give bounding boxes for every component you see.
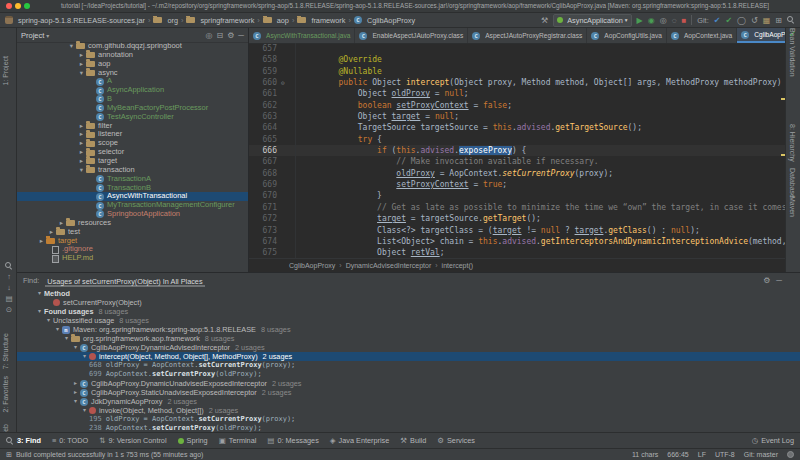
project-tree-row[interactable]: ▸selector [17,148,248,157]
next-occurrence-icon[interactable]: ↓ [7,284,11,292]
tool-strip-label[interactable]: Database [789,168,796,198]
stop-icon[interactable]: ■ [681,16,686,25]
hector-icon[interactable] [787,451,794,458]
tool-strip-label[interactable]: 7: Structure [2,333,9,369]
find-result-row[interactable]: ▾intercept(Object, Method, Object[], Met… [17,352,800,361]
settings-icon[interactable]: ⚙ [763,276,770,285]
code-line[interactable]: 670 } [249,190,786,201]
locate-icon[interactable]: ◎ [205,31,212,40]
code-line[interactable]: 663 Object target = null; [249,111,786,122]
code-line[interactable]: 674 List<Object> chain = this.advised.ge… [249,236,786,247]
search-everywhere-icon[interactable] [787,16,795,24]
tool-strip-label[interactable]: 1: Project [2,56,9,86]
chevron-down-icon[interactable]: ▾ [46,32,49,39]
chevron-right-icon[interactable]: ▸ [77,51,86,60]
tool-version-control[interactable]: ⇅9: Version Control [99,436,166,445]
pin-icon[interactable]: ⊙ [6,306,12,314]
project-tree-row[interactable]: CSpringbootApplication [17,210,248,219]
group-by-icon[interactable]: ▤ [5,295,12,303]
code-line[interactable]: 672 target = targetSource.getTarget(); [249,213,786,224]
editor-tab[interactable]: CEnableAspectJAutoProxy.class [355,28,468,43]
debug-icon[interactable]: ◉ [648,16,655,25]
tool-build[interactable]: ⚒Build [400,436,426,445]
tool-messages[interactable]: ▤0: Messages [267,436,318,445]
find-result-row[interactable]: ▾mMaven: org.springframework:spring-aop:… [17,325,800,334]
previous-occurrence-icon[interactable]: ↑ [7,273,11,281]
zoom-window-icon[interactable] [24,3,30,9]
status-widget[interactable]: 11 chars [632,451,658,458]
find-result-row[interactable]: ▾Unclassified usage8 usages [17,316,800,325]
chevron-down-icon[interactable]: ▾ [53,325,62,334]
editor[interactable]: CAsyncWithTransactional.javaCEnableAspec… [249,28,786,272]
chevron-down-icon[interactable]: ▾ [80,352,89,361]
code-line[interactable]: 669 setProxyContext = true; [249,179,786,190]
code-line[interactable]: 661 Object oldProxy = null; [249,88,786,99]
chevron-right-icon[interactable]: ▸ [71,379,80,388]
status-message[interactable]: Build completed successfully in 1 s 753 … [16,451,204,458]
editor-breadcrumb-item[interactable]: intercept() [442,259,474,272]
code-line[interactable]: 659 @Nullable [249,66,786,77]
editor-breadcrumb-item[interactable]: CglibAopProxy [289,259,335,272]
project-tree-row[interactable]: ▸test [17,228,248,237]
override-marker-icon[interactable]: ⊙ [281,77,296,88]
code-line[interactable]: 675 Object retVal; [249,247,786,258]
project-tree-row[interactable]: CTestAsyncController [17,113,248,122]
project-tree-row[interactable]: ▾async [17,69,248,78]
find-result-row[interactable]: ▸CCglibAopProxy.StaticUnadvisedExposedIn… [17,388,800,397]
status-widget[interactable]: 666:45 [667,451,688,458]
tool-strip-label[interactable]: 8: Hierarchy [789,124,796,162]
tool-strip-label[interactable]: 2: Favorites [2,376,9,413]
breadcrumb-item[interactable]: org [153,16,178,25]
find-result-row[interactable]: ▾Found usages8 usages [17,307,800,316]
git-commit-icon[interactable]: ✔ [725,16,732,25]
chevron-down-icon[interactable]: ▾ [35,307,44,316]
find-results-tab[interactable]: Usages of setCurrentProxy(Object) In All… [45,275,204,287]
coverage-icon[interactable]: ◎ [660,16,667,25]
profiler-icon[interactable]: ◌ [672,16,677,25]
breadcrumb-item[interactable]: aop [263,16,289,25]
tool-spring[interactable]: Spring [178,436,208,445]
shelf-icon[interactable]: ▦ [763,16,771,25]
project-tree-row[interactable]: ▸annotation [17,51,248,60]
chevron-right-icon[interactable]: ▸ [77,122,86,131]
chevron-down-icon[interactable]: ▾ [35,289,44,298]
find-result-row[interactable]: ▾org.springframework.aop.framework8 usag… [17,334,800,343]
chevron-right-icon[interactable]: ▸ [77,60,86,69]
git-revert-icon[interactable]: ◯ [737,16,746,25]
build-hammer-icon[interactable]: ⚒ [541,16,548,25]
editor-tab[interactable]: CCglibAopProxy.java✕ [737,28,786,43]
chevron-down-icon[interactable]: ▾ [44,316,53,325]
hide-panel-icon[interactable]: ─ [776,276,782,285]
collapse-all-icon[interactable]: ⊟ [216,31,223,40]
chevron-down-icon[interactable]: ▾ [77,69,86,78]
find-result-row[interactable]: ▸CCglibAopProxy.DynamicUnadvisedExposedI… [17,379,800,388]
project-tree-row[interactable]: ▸listener [17,130,248,139]
find-result-row[interactable]: 668oldProxy = AopContext.setCurrentProxy… [17,361,800,370]
breadcrumb-item[interactable]: spring-aop-5.1.8.RELEASE-sources.jar [5,16,145,25]
chevron-right-icon[interactable]: ▸ [37,237,46,246]
editor-tab[interactable]: CAspectJAutoProxyRegistrar.class [468,28,587,43]
chevron-right-icon[interactable]: ▸ [71,388,80,397]
project-tree-row[interactable]: ▸filter [17,122,248,131]
find-result-row[interactable]: setCurrentProxy(Object) [17,298,800,307]
close-window-icon[interactable] [6,3,12,9]
status-widget[interactable]: LF [698,451,706,458]
tool-todo[interactable]: ≡0: TODO [52,436,88,445]
rerun-search-icon[interactable] [5,262,13,270]
toolwindow-toggle-icon[interactable]: ⊞ [6,451,12,459]
find-result-row[interactable]: 699AopContext.setCurrentProxy(oldProxy); [17,370,800,379]
status-widget[interactable]: Git: master [744,451,778,458]
chevron-down-icon[interactable]: ▾ [80,406,89,415]
run-icon[interactable]: ▶ [637,16,643,25]
chevron-down-icon[interactable]: ▾ [62,334,71,343]
editor-breadcrumb-item[interactable]: DynamicAdvisedInterceptor [346,259,432,272]
find-result-row[interactable]: 195oldProxy = AopContext.setCurrentProxy… [17,415,800,424]
chevron-right-icon[interactable]: ▸ [77,139,86,148]
find-result-row[interactable]: ▾CCglibAopProxy.DynamicAdvisedIntercepto… [17,343,800,352]
project-tree-row[interactable]: ▸target [17,237,248,246]
chevron-down-icon[interactable]: ▾ [67,42,76,51]
project-tree-row[interactable]: CAsyncApplication [17,86,248,95]
run-config-selector[interactable]: AsyncApplication▾ [553,14,631,27]
editor-tab[interactable]: CAopContext.java [667,28,737,43]
code-line[interactable]: 666 if (this.advised.exposeProxy) { [249,145,786,156]
